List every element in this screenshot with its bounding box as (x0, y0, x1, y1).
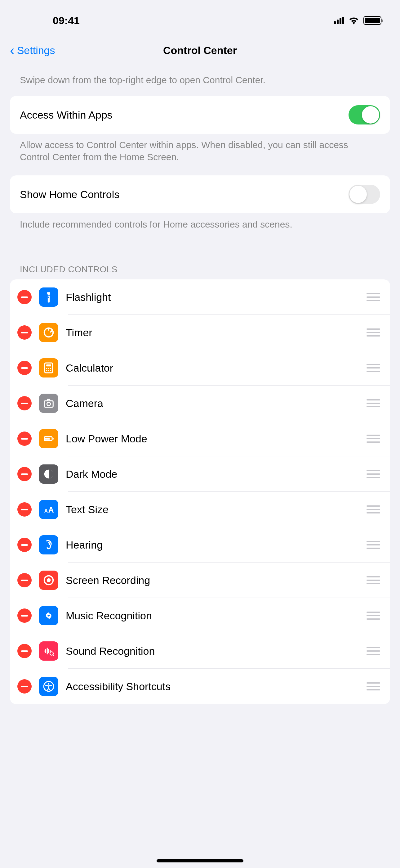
svg-point-3 (46, 368, 47, 369)
home-controls-toggle[interactable] (348, 185, 380, 204)
remove-button[interactable] (18, 502, 32, 517)
flashlight-icon (39, 287, 58, 307)
item-label: Screen Recording (66, 574, 359, 586)
item-label: Text Size (66, 503, 359, 516)
included-header: INCLUDED CONTROLS (0, 243, 400, 279)
drag-handle[interactable] (367, 470, 380, 478)
svg-point-5 (50, 368, 51, 369)
svg-rect-9 (44, 401, 53, 407)
drag-handle[interactable] (367, 435, 380, 443)
drag-handle[interactable] (367, 541, 380, 549)
item-label: Sound Recognition (66, 645, 359, 657)
drag-handle[interactable] (367, 364, 380, 372)
svg-rect-2 (46, 365, 51, 366)
shazam-icon (39, 606, 58, 625)
home-controls-footer: Include recommended controls for Home ac… (0, 213, 400, 243)
status-time: 09:41 (53, 14, 80, 27)
svg-text:A: A (44, 508, 48, 514)
item-label: Camera (66, 397, 359, 409)
svg-rect-12 (45, 438, 49, 440)
drag-handle[interactable] (367, 647, 380, 655)
drag-handle[interactable] (367, 505, 380, 514)
home-controls-row: Show Home Controls (10, 176, 390, 213)
status-bar: 09:41 (0, 0, 400, 37)
chevron-left-icon: ‹ (10, 43, 14, 57)
item-label: Accessibility Shortcuts (66, 681, 359, 692)
camera-icon (39, 394, 58, 413)
drag-handle[interactable] (367, 576, 380, 584)
drag-handle[interactable] (367, 293, 380, 301)
home-controls-label: Show Home Controls (20, 188, 120, 200)
remove-button[interactable] (18, 361, 32, 375)
drag-handle[interactable] (367, 612, 380, 620)
sound-icon (39, 641, 58, 661)
list-item: Sound Recognition (10, 633, 390, 669)
list-item: Timer (10, 315, 390, 350)
list-item: Screen Recording (10, 562, 390, 598)
access-row: Access Within Apps (10, 96, 390, 134)
svg-point-17 (47, 578, 51, 582)
access-label: Access Within Apps (20, 109, 112, 121)
svg-point-4 (48, 368, 49, 369)
remove-button[interactable] (18, 609, 32, 623)
svg-point-18 (44, 611, 54, 621)
cellular-signal-icon (334, 17, 344, 24)
item-label: Music Recognition (66, 610, 359, 622)
svg-point-21 (48, 683, 49, 685)
record-icon (39, 570, 58, 590)
list-item: Music Recognition (10, 598, 390, 633)
accessibility-icon (39, 677, 58, 696)
list-item: Low Power Mode (10, 421, 390, 456)
battery-icon (363, 16, 381, 25)
item-label: Calculator (66, 362, 359, 374)
access-footer: Allow access to Control Center within ap… (0, 134, 400, 176)
page-title: Control Center (163, 44, 237, 57)
remove-button[interactable] (18, 467, 32, 481)
access-toggle[interactable] (348, 105, 380, 124)
list-item: Dark Mode (10, 456, 390, 492)
drag-handle[interactable] (367, 682, 380, 690)
list-item: Accessibility Shortcuts (10, 669, 390, 704)
remove-button[interactable] (18, 290, 32, 304)
remove-button[interactable] (18, 644, 32, 658)
included-list: Flashlight Timer Calculator Camera Low P… (10, 279, 390, 704)
status-icons (334, 16, 381, 25)
nav-header: ‹ Settings Control Center (0, 37, 400, 66)
wifi-icon (348, 17, 359, 25)
intro-text: Swipe down from the top-right edge to op… (0, 66, 400, 96)
ear-icon (39, 535, 58, 554)
back-button[interactable]: ‹ Settings (10, 43, 55, 57)
remove-button[interactable] (18, 432, 32, 446)
item-label: Flashlight (66, 291, 359, 303)
darkmode-icon (39, 464, 58, 484)
home-controls-card: Show Home Controls (10, 176, 390, 213)
list-item: Hearing (10, 527, 390, 562)
drag-handle[interactable] (367, 329, 380, 337)
item-label: Hearing (66, 539, 359, 551)
remove-button[interactable] (18, 396, 32, 410)
calculator-icon (39, 358, 58, 377)
remove-button[interactable] (18, 326, 32, 340)
remove-button[interactable] (18, 538, 32, 552)
battery-icon (39, 429, 58, 448)
item-label: Timer (66, 327, 359, 339)
access-card: Access Within Apps (10, 96, 390, 134)
svg-point-10 (47, 402, 50, 406)
list-item: Camera (10, 385, 390, 421)
remove-button[interactable] (18, 679, 32, 693)
item-label: Low Power Mode (66, 433, 359, 445)
timer-icon (39, 323, 58, 342)
back-label: Settings (17, 44, 55, 57)
list-item: AA Text Size (10, 492, 390, 527)
svg-point-6 (46, 370, 47, 371)
home-indicator[interactable] (157, 859, 243, 862)
svg-text:A: A (48, 505, 54, 514)
list-item: Flashlight (10, 279, 390, 315)
drag-handle[interactable] (367, 399, 380, 407)
item-label: Dark Mode (66, 468, 359, 480)
textsize-icon: AA (39, 500, 58, 519)
svg-point-7 (48, 370, 49, 371)
remove-button[interactable] (18, 573, 32, 587)
svg-point-8 (50, 370, 51, 371)
list-item: Calculator (10, 350, 390, 385)
